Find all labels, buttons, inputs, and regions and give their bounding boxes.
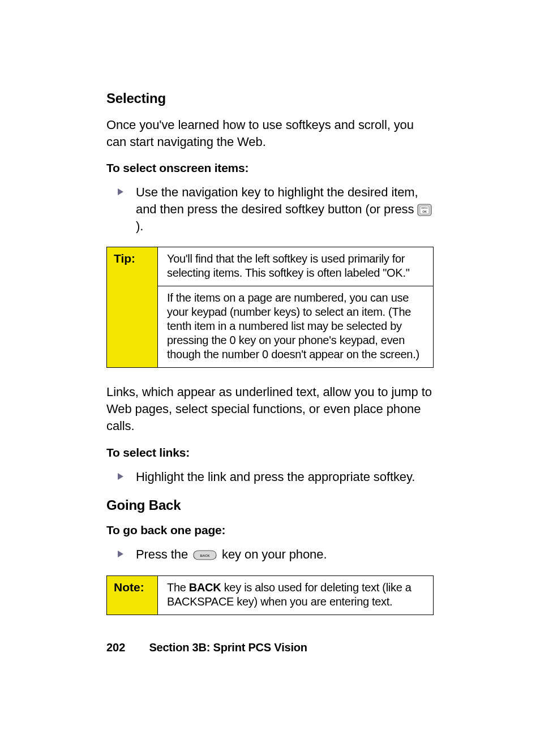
svg-text:OK: OK [423, 210, 427, 213]
page-number: 202 [106, 641, 125, 654]
svg-text:MENU: MENU [422, 207, 428, 209]
bullet-row-back: Press the BACK key on your phone. [106, 546, 434, 563]
tip-label: Tip: [107, 247, 158, 367]
para-intro: Once you've learned how to use softkeys … [106, 117, 434, 150]
tip-body: You'll find that the left softkey is use… [158, 247, 433, 367]
heading-going-back: Going Back [106, 497, 434, 513]
bullet-back-b: key on your phone. [222, 547, 327, 561]
note-body: The BACK key is also used for deleting t… [158, 576, 433, 615]
menu-ok-key-icon: MENU OK [417, 204, 433, 216]
bullet-text-a: Use the navigation key to highlight the … [136, 185, 418, 216]
bullet-text-links: Highlight the link and press the appropr… [136, 469, 415, 486]
svg-text:BACK: BACK [200, 554, 211, 557]
back-key-icon: BACK [191, 549, 218, 561]
bullet-text-back: Press the BACK key on your phone. [136, 546, 327, 563]
note-text: The BACK key is also used for deleting t… [158, 576, 433, 615]
tip-callout: Tip: You'll find that the left softkey i… [106, 247, 434, 368]
note-label: Note: [107, 576, 158, 615]
instr-go-back: To go back one page: [106, 523, 434, 537]
page-footer: 202 Section 3B: Sprint PCS Vision [106, 641, 307, 654]
triangle-bullet-icon [118, 473, 123, 480]
bullet-back-a: Press the [136, 547, 191, 561]
bullet-text-b: ). [136, 219, 143, 233]
instr-select-onscreen: To select onscreen items: [106, 161, 434, 175]
bullet-text: Use the navigation key to highlight the … [136, 184, 434, 234]
note-text-a: The [167, 581, 189, 594]
triangle-bullet-icon [118, 551, 123, 557]
note-callout: Note: The BACK key is also used for dele… [106, 575, 434, 615]
bullet-row-select-onscreen: Use the navigation key to highlight the … [106, 184, 434, 234]
instr-select-links: To select links: [106, 446, 434, 459]
tip-row-1: You'll find that the left softkey is use… [158, 247, 433, 286]
section-label: Section 3B: Sprint PCS Vision [149, 641, 307, 654]
bullet-row-links: Highlight the link and press the appropr… [106, 469, 434, 486]
triangle-bullet-icon [118, 188, 123, 195]
heading-selecting: Selecting [106, 91, 434, 106]
para-links: Links, which appear as underlined text, … [106, 384, 434, 434]
note-text-bold: BACK [189, 581, 221, 594]
tip-row-2: If the items on a page are numbered, you… [158, 286, 433, 367]
